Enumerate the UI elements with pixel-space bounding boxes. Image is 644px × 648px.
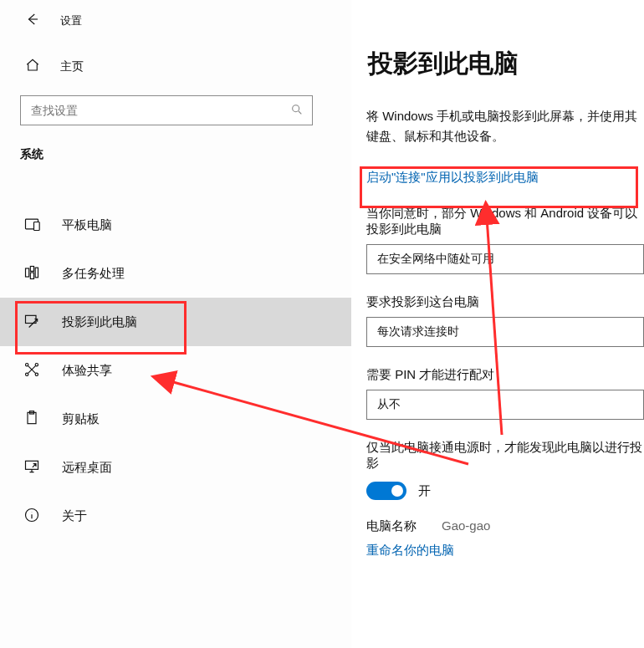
svg-point-8 [26,363,28,365]
sidebar-item-label: 多任务处理 [62,266,125,282]
remote-desktop-icon [23,458,40,477]
option3-label: 需要 PIN 才能进行配对 [366,367,644,383]
sidebar-item-project[interactable]: 投影到此电脑 [0,298,351,346]
option2-label: 要求投影到这台电脑 [366,294,644,310]
power-only-toggle[interactable] [366,482,406,500]
svg-point-11 [35,373,38,375]
option1-label: 当你同意时，部分 Windows 和 Android 设备可以投影到此电脑 [366,206,644,237]
pc-name-label: 电脑名称 [366,518,417,534]
svg-point-9 [35,363,38,365]
back-icon[interactable] [25,12,40,29]
power-only-label: 仅当此电脑接通电源时，才能发现此电脑以进行投影 [366,440,644,472]
clipboard-icon [23,410,40,429]
page-description: 将 Windows 手机或电脑投影到此屏幕，并使用其键盘、鼠标和其他设备。 [366,106,644,146]
toggle-state-label: 开 [418,483,431,499]
launch-connect-link[interactable]: 启动"连接"应用以投影到此电脑 [366,170,644,186]
sidebar-item-label: 投影到此电脑 [62,314,137,330]
sidebar-item-label: 剪贴板 [62,411,100,427]
option1-value: 在安全网络中随处可用 [377,252,494,267]
sidebar-item-clipboard[interactable]: 剪贴板 [0,395,351,443]
sidebar-item-tablet[interactable]: 平板电脑 [0,201,351,249]
home-label: 主页 [60,59,84,74]
rename-pc-link[interactable]: 重命名你的电脑 [366,543,644,559]
sidebar-item-label: 平板电脑 [62,217,112,233]
svg-rect-3 [26,268,29,277]
sidebar-item-shared[interactable]: 体验共享 [0,346,351,395]
option2-value: 每次请求连接时 [377,324,459,339]
option3-select[interactable]: 从不 [366,390,644,420]
search-icon [290,103,304,119]
window-title: 设置 [60,13,82,28]
sidebar-nav: 平板电脑 多任务处理 投影到此电脑 体验共享 [0,201,351,540]
share-icon [23,361,40,380]
sidebar-item-home[interactable]: 主页 [0,49,351,84]
project-icon [23,313,40,332]
svg-rect-4 [30,266,33,271]
home-icon [25,58,40,75]
search-input-container[interactable] [20,95,313,125]
sidebar-item-remote[interactable]: 远程桌面 [0,443,351,492]
section-label: 系统 [20,147,331,162]
tablet-icon [23,216,40,235]
svg-rect-6 [35,268,38,278]
sidebar-item-label: 远程桌面 [62,460,112,476]
option2-select[interactable]: 每次请求连接时 [366,317,644,347]
pc-name-value: Gao-gao [442,518,490,534]
sidebar-item-about[interactable]: 关于 [0,492,351,540]
info-icon [23,507,40,526]
option1-select[interactable]: 在安全网络中随处可用 [366,244,644,274]
sidebar-item-label: 关于 [62,508,87,524]
sidebar-item-multitask[interactable]: 多任务处理 [0,249,351,298]
svg-point-10 [26,373,28,375]
multitask-icon [23,264,40,283]
svg-rect-2 [34,222,40,230]
page-title: 投影到此电脑 [366,47,644,81]
svg-point-0 [293,105,299,111]
option3-value: 从不 [377,397,401,412]
sidebar-item-label: 体验共享 [62,363,112,379]
search-input[interactable] [31,104,290,117]
svg-rect-5 [30,273,33,279]
